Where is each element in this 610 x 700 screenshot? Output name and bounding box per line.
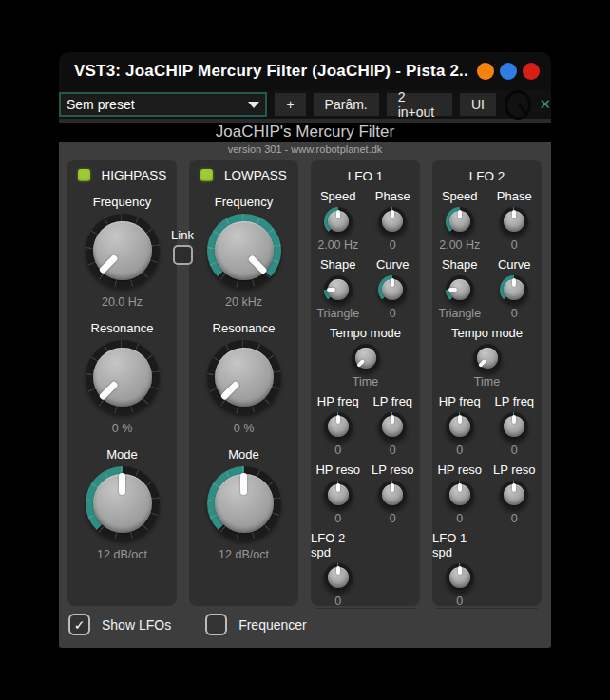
hp-freq-value: 0 bbox=[334, 444, 341, 457]
phase-knob[interactable] bbox=[500, 207, 528, 236]
frequency-knob[interactable] bbox=[207, 214, 281, 288]
power-led[interactable] bbox=[200, 169, 213, 181]
preset-dropdown-value: Sem preset bbox=[67, 97, 135, 112]
frequencer-checkbox[interactable] bbox=[205, 614, 227, 635]
lp-reso-cell: LP reso0 bbox=[487, 463, 543, 525]
lfo-2-spd-knob[interactable] bbox=[324, 563, 353, 592]
speed-value: 2.00 Hz bbox=[439, 238, 480, 252]
plugin-version: version 301 - www.robotplanet.dk bbox=[59, 142, 551, 158]
lfo-row: LFO 1 spd0 bbox=[432, 531, 542, 608]
power-led[interactable] bbox=[78, 169, 90, 181]
speed-cell: Speed2.00 Hz bbox=[311, 189, 366, 252]
link-control: Link bbox=[163, 228, 201, 265]
hp-freq-label: HP freq bbox=[439, 394, 481, 408]
shape-value: Triangle bbox=[438, 307, 481, 320]
hp-freq-knob[interactable] bbox=[446, 412, 474, 441]
knob-pointer bbox=[458, 483, 462, 492]
knob-pointer bbox=[356, 359, 365, 368]
knob-pointer bbox=[219, 381, 239, 401]
mode-knob[interactable] bbox=[207, 466, 281, 540]
lp-freq-cell: LP freq0 bbox=[487, 394, 543, 457]
params-button[interactable]: Parâm. bbox=[314, 93, 379, 116]
speed-knob[interactable] bbox=[446, 207, 474, 236]
mode-label: Mode bbox=[228, 447, 259, 462]
hp-freq-knob[interactable] bbox=[324, 412, 353, 441]
lfo-row: HP freq0LP freq0 bbox=[311, 394, 420, 457]
hp-freq-cell: HP freq0 bbox=[432, 394, 487, 457]
hp-freq-value: 0 bbox=[456, 444, 463, 457]
lfo-display-bar bbox=[315, 608, 416, 609]
phase-label: Phase bbox=[497, 189, 532, 203]
resonance-knob[interactable] bbox=[86, 340, 160, 414]
knob-pointer bbox=[327, 288, 335, 292]
show-lfos-checkbox[interactable]: ✓ bbox=[68, 614, 90, 635]
mode-group: Mode12 dB/oct bbox=[86, 447, 160, 561]
phase-knob[interactable] bbox=[378, 207, 407, 236]
column-lfo-2: LFO 2Speed2.00 HzPhase0ShapeTriangleCurv… bbox=[432, 160, 542, 606]
lfo-1-spd-cell: LFO 1 spd0 bbox=[432, 531, 487, 608]
curve-knob[interactable] bbox=[500, 275, 528, 304]
knob-pointer bbox=[478, 359, 486, 368]
column-header: LOWPASS bbox=[200, 168, 287, 182]
lp-reso-knob[interactable] bbox=[500, 481, 528, 509]
window-titlebar[interactable]: VST3: JoaCHIP Mercury Filter (JoaCHIP) -… bbox=[59, 52, 551, 90]
window-button-red-icon[interactable] bbox=[523, 63, 540, 80]
io-config-button[interactable]: 2 in+out bbox=[387, 93, 452, 116]
phase-value: 0 bbox=[511, 238, 518, 252]
mode-group: Mode12 dB/oct bbox=[207, 447, 281, 561]
add-preset-button[interactable]: + bbox=[275, 93, 305, 116]
lfo-row: HP reso0LP reso0 bbox=[311, 463, 420, 525]
speed-value: 2.00 Hz bbox=[317, 238, 358, 252]
lfo-1-spd-knob[interactable] bbox=[446, 563, 474, 592]
knob-pointer bbox=[458, 415, 462, 424]
frequency-knob[interactable] bbox=[86, 214, 160, 288]
phase-value: 0 bbox=[390, 238, 396, 252]
column-lowpass: LOWPASSFrequency20 kHzResonance0 %Mode12… bbox=[189, 160, 298, 606]
lp-freq-knob[interactable] bbox=[378, 412, 407, 441]
mode-value: 12 dB/oct bbox=[97, 548, 147, 561]
plugin-window: VST3: JoaCHIP Mercury Filter (JoaCHIP) -… bbox=[59, 52, 551, 648]
preset-dropdown[interactable]: Sem preset bbox=[59, 92, 267, 117]
shape-knob[interactable] bbox=[446, 275, 474, 304]
lp-reso-value: 0 bbox=[390, 512, 396, 525]
column-title: LFO 1 bbox=[348, 169, 384, 183]
hp-reso-knob[interactable] bbox=[324, 481, 353, 509]
curve-knob[interactable] bbox=[378, 275, 407, 304]
resonance-group: Resonance0 % bbox=[86, 321, 160, 435]
empty-cell bbox=[366, 531, 421, 608]
knob-pointer bbox=[336, 566, 340, 575]
speed-label: Speed bbox=[320, 189, 356, 203]
column-title: LFO 2 bbox=[469, 169, 505, 183]
hp-reso-label: HP reso bbox=[315, 463, 360, 477]
tempo-mode-knob[interactable] bbox=[473, 344, 502, 372]
lp-freq-knob[interactable] bbox=[500, 412, 528, 441]
knob-pointer bbox=[512, 483, 516, 492]
tempo-mode-knob[interactable] bbox=[352, 344, 380, 372]
curve-label: Curve bbox=[498, 257, 531, 272]
bypass-knob-icon[interactable] bbox=[505, 90, 532, 120]
link-checkbox[interactable] bbox=[173, 245, 193, 265]
window-button-blue-icon[interactable] bbox=[500, 63, 517, 80]
lp-reso-label: LP reso bbox=[493, 463, 536, 477]
hp-reso-cell: HP reso0 bbox=[311, 463, 366, 525]
lfo-row: Tempo modeTime bbox=[432, 326, 542, 388]
column-header: HIGHPASS bbox=[78, 168, 167, 182]
knob-pointer bbox=[512, 210, 516, 218]
speed-knob[interactable] bbox=[324, 207, 353, 236]
curve-value: 0 bbox=[511, 307, 518, 320]
show-lfos-control: ✓Show LFOs bbox=[68, 614, 171, 635]
lfo-1-spd-value: 0 bbox=[456, 595, 463, 608]
column-title: LOWPASS bbox=[224, 168, 287, 182]
ui-toggle-button[interactable]: UI bbox=[460, 93, 496, 116]
resonance-knob[interactable] bbox=[207, 340, 281, 414]
plugin-title: JoaCHIP's Mercury Filter bbox=[59, 123, 551, 142]
knob-pointer bbox=[458, 566, 462, 575]
hp-reso-knob[interactable] bbox=[446, 481, 474, 509]
mode-knob[interactable] bbox=[86, 466, 160, 540]
window-button-orange-icon[interactable] bbox=[477, 63, 494, 80]
shape-knob[interactable] bbox=[324, 275, 353, 304]
lp-reso-knob[interactable] bbox=[378, 481, 407, 509]
curve-value: 0 bbox=[390, 307, 396, 320]
lp-reso-cell: LP reso0 bbox=[366, 463, 421, 525]
close-plugin-icon[interactable]: ✕ bbox=[539, 96, 551, 113]
